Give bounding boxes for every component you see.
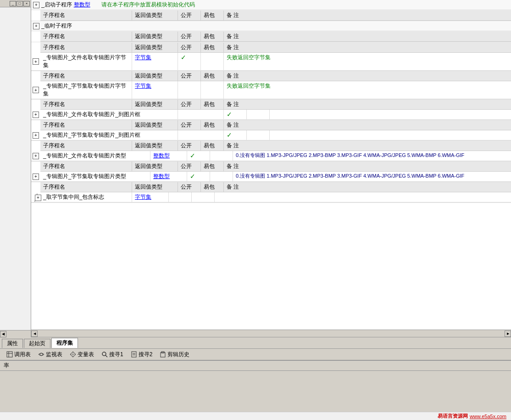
hdr-easy-6: 易包: [201, 141, 224, 151]
table-icon: [6, 351, 13, 358]
s7-name: _专辑图片_字节集取专辑图片类型: [40, 172, 150, 181]
hdr-easy-3: 易包: [201, 71, 224, 81]
scroll-left-arrow[interactable]: ◀: [0, 331, 6, 337]
section-temp: + _临时子程序 子序程名 返回值类型 公开 易包 备 注: [31, 21, 511, 42]
hdr-note-3: 备 注: [224, 71, 511, 81]
hdr-subname-7: 子序程名: [40, 162, 132, 171]
diamond-icon: [70, 351, 76, 358]
expand-startup[interactable]: +: [33, 2, 39, 8]
s5-public: ✓: [224, 130, 247, 140]
section-s7: 子序程名 返回值类型 公开 易包 备 注 + _专辑图片_字节集取专辑图片类型 …: [31, 162, 511, 182]
left-scroll-bottom: ◀: [0, 330, 31, 337]
status-text: 率: [4, 362, 9, 370]
hdr-public-1: 公开: [178, 32, 201, 41]
s3-note: 失败返回空字节集: [224, 81, 511, 99]
hdr-subname-4: 子序程名: [40, 100, 132, 109]
var-table-label: 变量表: [78, 351, 94, 358]
hdr-easy-1: 易包: [201, 32, 224, 41]
s6-rettype[interactable]: 整数型: [150, 151, 187, 161]
hdr-public-5: 公开: [178, 120, 201, 130]
footer: 易语言资源网 www.e5a5x.com: [0, 412, 511, 420]
section-s3: 子序程名 返回值类型 公开 易包 备 注 + _专辑图片_字节集取专辑图片字节集…: [31, 71, 511, 100]
hdr-easy-5: 易包: [201, 120, 224, 130]
hdr-public-3: 公开: [178, 71, 201, 81]
s7-public: ✓: [187, 172, 210, 181]
s3-name: _专辑图片_字节集取专辑图片字节集: [40, 81, 132, 99]
call-table-btn[interactable]: 调用表: [4, 350, 33, 359]
svg-rect-9: [132, 352, 136, 357]
s4-public: ✓: [224, 110, 247, 119]
eye-icon: [38, 351, 44, 358]
var-table-btn[interactable]: 变量表: [67, 350, 97, 359]
search1-btn[interactable]: 搜寻1: [99, 350, 126, 359]
close-button[interactable]: ×: [23, 1, 30, 6]
hdr-subname-5: 子序程名: [40, 120, 132, 130]
section-s4: 子序程名 返回值类型 公开 易包 备 注 + _专辑图片_文件名取专辑图片_到图…: [31, 100, 511, 120]
status-bar: 率: [0, 360, 511, 370]
startup-note: 请在本子程序中放置易模块初始化代码: [101, 1, 195, 9]
scroll-left[interactable]: ◀: [31, 330, 38, 337]
s2-public: ✓: [178, 53, 201, 70]
hdr-rettype-2: 返回值类型: [132, 43, 178, 52]
expand-s5[interactable]: +: [31, 132, 40, 139]
s8-note: [215, 192, 511, 202]
hdr-easy-2: 易包: [201, 43, 224, 52]
s2-name: _专辑图片_文件名取专辑图片字节集: [40, 53, 132, 70]
hdr-rettype-4: 返回值类型: [132, 100, 178, 109]
s6-name: _专辑图片_文件名取专辑图片类型: [40, 151, 150, 161]
hdr-note-1: 备 注: [224, 32, 511, 41]
minimize-button[interactable]: _: [10, 1, 16, 6]
expand-s2[interactable]: +: [31, 58, 40, 65]
restore-button[interactable]: □: [17, 1, 23, 6]
s8-rettype[interactable]: 字节集: [132, 192, 169, 202]
s6-public: ✓: [187, 151, 210, 161]
scroll-right[interactable]: ▶: [505, 330, 511, 337]
s8-easy: [192, 192, 215, 202]
section-s8: 子序程名 返回值类型 公开 易包 备 注 ╲ + _取字节集中间_包含标志 字节…: [31, 182, 511, 203]
expand-s3[interactable]: +: [31, 87, 40, 93]
hdr-public-7: 公开: [178, 162, 201, 171]
hdr-rettype-1: 返回值类型: [132, 32, 178, 41]
hdr-public-4: 公开: [178, 100, 201, 109]
expand-s6[interactable]: +: [31, 153, 40, 159]
section-startup: + _启动子程序 整数型 请在本子程序中放置易模块初始化代码 子序程名 返回值类…: [31, 0, 511, 21]
s3-public: [178, 81, 201, 99]
empty-area: [0, 370, 511, 412]
hdr-subname-3: 子序程名: [40, 71, 132, 81]
s7-note: 0.没有专辑图 1.MP3-JPG/JPEG 2.MP3-BMP 3.MP3-G…: [233, 172, 511, 181]
expand-s4[interactable]: +: [31, 112, 40, 118]
search2-btn[interactable]: 搜寻2: [128, 350, 156, 359]
hdr-subname-2: 子序程名: [40, 43, 132, 52]
temp-name: _临时子程序: [41, 22, 72, 30]
startup-return-type[interactable]: 整数型: [74, 1, 90, 9]
s2-easy: [201, 53, 224, 70]
bottom-toolbar: 调用表 监视表 变量表 搜寻1 搜寻2: [0, 348, 511, 360]
s6-note: 0.没有专辑图 1.MP3-JPG/JPEG 2.MP3-BMP 3.MP3-G…: [233, 151, 511, 161]
brand-url[interactable]: www.e5a5x.com: [470, 414, 506, 419]
tab-home[interactable]: 起始页: [24, 339, 50, 348]
svg-point-7: [102, 352, 106, 356]
hdr-rettype-5: 返回值类型: [132, 120, 178, 130]
s5-rettype: [178, 130, 224, 140]
h-scrollbar[interactable]: ◀ ▶: [31, 330, 511, 337]
expand-s7[interactable]: +: [31, 174, 40, 180]
left-panel-title: _ □ ×: [0, 0, 31, 7]
s8-public: [169, 192, 192, 202]
tab-programs[interactable]: 程序集: [51, 338, 78, 348]
s2-rettype[interactable]: 字节集: [132, 53, 178, 70]
hdr-public-6: 公开: [178, 141, 201, 151]
s7-rettype[interactable]: 整数型: [150, 172, 187, 181]
tab-properties[interactable]: 属性: [2, 339, 23, 348]
monitor-table-btn[interactable]: 监视表: [35, 350, 65, 359]
expand-s8[interactable]: +: [35, 195, 41, 201]
left-panel-content: [0, 7, 31, 9]
section-s2: 子序程名 返回值类型 公开 易包 备 注 + _专辑图片_文件名取专辑图片字节集…: [31, 42, 511, 71]
brand-name: 易语言资源网: [438, 413, 468, 420]
search2-label: 搜寻2: [139, 351, 153, 358]
s3-rettype[interactable]: 字节集: [132, 81, 178, 99]
hdr-rettype-7: 返回值类型: [132, 162, 178, 171]
clip-history-btn[interactable]: 剪辑历史: [157, 350, 192, 359]
search-icon: [101, 351, 108, 358]
expand-temp[interactable]: +: [33, 23, 39, 29]
s4-easy: [247, 110, 270, 119]
